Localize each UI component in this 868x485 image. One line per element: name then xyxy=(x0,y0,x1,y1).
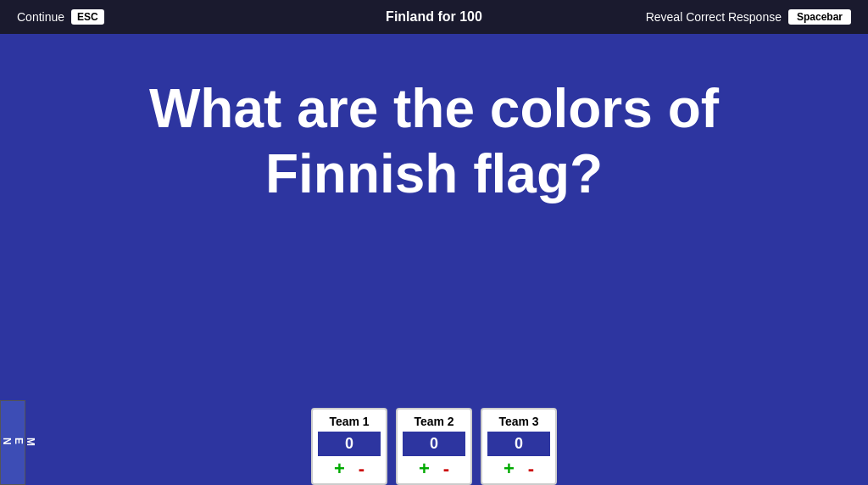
main-content: What are the colors of Finnish flag? Tea… xyxy=(0,34,868,485)
menu-sidebar[interactable]: MENU xyxy=(0,400,25,485)
continue-label: Continue xyxy=(17,10,64,24)
team-1-controls: + - xyxy=(334,460,364,478)
team-card-3: Team 3 0 + - xyxy=(481,408,557,485)
spacebar-badge[interactable]: Spacebar xyxy=(788,9,851,25)
team-3-minus-button[interactable]: - xyxy=(528,460,534,478)
team-2-score: 0 xyxy=(403,432,465,456)
team-1-minus-button[interactable]: - xyxy=(359,460,364,478)
team-3-score: 0 xyxy=(487,432,550,456)
esc-badge[interactable]: ESC xyxy=(71,9,104,25)
team-2-plus-button[interactable]: + xyxy=(419,460,430,478)
team-2-name: Team 2 xyxy=(414,415,453,428)
team-1-name: Team 1 xyxy=(329,415,369,428)
top-bar: Continue ESC Finland for 100 Reveal Corr… xyxy=(0,0,868,34)
team-card-1: Team 1 0 + - xyxy=(311,408,387,485)
team-1-plus-button[interactable]: + xyxy=(334,460,345,478)
reveal-correct-label: Reveal Correct Response xyxy=(646,10,782,24)
top-bar-right: Reveal Correct Response Spacebar xyxy=(646,9,851,25)
teams-container: Team 1 0 + - Team 2 0 + - Team 3 0 + - xyxy=(311,408,557,485)
team-3-controls: + - xyxy=(504,460,534,478)
team-card-2: Team 2 0 + - xyxy=(396,408,472,485)
team-3-plus-button[interactable]: + xyxy=(504,460,515,478)
top-bar-left: Continue ESC xyxy=(17,9,104,25)
team-2-controls: + - xyxy=(419,460,449,478)
question-text: What are the colors of Finnish flag? xyxy=(27,76,841,207)
team-2-minus-button[interactable]: - xyxy=(443,460,449,478)
team-1-score: 0 xyxy=(318,432,381,456)
team-3-name: Team 3 xyxy=(498,415,538,428)
menu-label: MENU xyxy=(0,438,36,448)
game-title: Finland for 100 xyxy=(386,9,482,25)
